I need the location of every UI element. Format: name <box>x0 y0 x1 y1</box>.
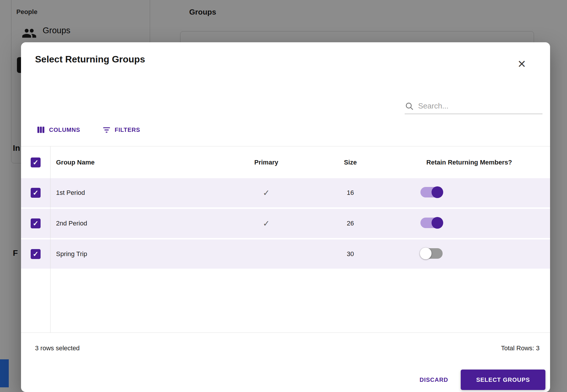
check-icon: ✓ <box>33 159 39 166</box>
columns-button[interactable]: COLUMNS <box>34 123 83 136</box>
close-button[interactable]: ✕ <box>515 57 528 71</box>
rows-selected-text: 3 rows selected <box>35 344 80 352</box>
table-row[interactable]: ✓1st Period✓16 <box>21 178 550 209</box>
columns-button-label: COLUMNS <box>49 127 80 133</box>
column-header-group-name: Group Name <box>50 159 243 166</box>
dialog-title: Select Returning Groups <box>35 54 145 65</box>
table-row[interactable]: ✓Spring Trip30 <box>21 239 550 270</box>
retain-toggle[interactable] <box>420 248 443 259</box>
row-checkbox[interactable]: ✓ <box>31 188 41 198</box>
search-icon <box>405 102 414 111</box>
table-toolbar: COLUMNS FILTERS <box>34 123 143 136</box>
filters-button[interactable]: FILTERS <box>100 123 143 136</box>
search-bar[interactable] <box>405 100 542 114</box>
column-header-retain: Retain Returning Members? <box>388 159 550 166</box>
checkbox-column-divider <box>50 146 51 332</box>
primary-check-icon: ✓ <box>263 219 269 228</box>
size-cell: 26 <box>330 220 371 227</box>
close-icon: ✕ <box>517 58 526 70</box>
check-icon: ✓ <box>33 189 39 196</box>
columns-icon <box>37 126 45 134</box>
group-name-cell: 2nd Period <box>50 220 243 227</box>
column-header-primary: Primary <box>243 159 290 166</box>
retain-toggle[interactable] <box>420 217 443 228</box>
retain-toggle[interactable] <box>420 187 443 198</box>
total-rows-text: Total Rows: 3 <box>501 344 540 352</box>
toggle-thumb <box>432 217 443 229</box>
row-checkbox[interactable]: ✓ <box>31 218 41 228</box>
row-checkbox[interactable]: ✓ <box>31 249 41 259</box>
search-input[interactable] <box>418 102 542 111</box>
filter-icon <box>102 126 111 134</box>
table-row[interactable]: ✓2nd Period✓26 <box>21 209 550 239</box>
size-cell: 16 <box>330 189 371 197</box>
table-header: ✓ Group Name Primary Size Retain Returni… <box>21 146 550 178</box>
column-header-size: Size <box>330 159 371 166</box>
select-groups-button[interactable]: SELECT GROUPS <box>461 370 545 390</box>
filters-button-label: FILTERS <box>115 127 140 133</box>
select-returning-groups-dialog: Select Returning Groups ✕ COLUMNS FILTER <box>21 42 550 392</box>
primary-check-icon: ✓ <box>263 188 269 197</box>
group-name-cell: 1st Period <box>50 189 243 197</box>
check-icon: ✓ <box>33 251 39 258</box>
toggle-thumb <box>420 248 432 259</box>
group-name-cell: Spring Trip <box>50 250 243 258</box>
select-all-checkbox[interactable]: ✓ <box>31 158 41 167</box>
table-body: ✓1st Period✓16✓2nd Period✓26✓Spring Trip… <box>21 178 550 270</box>
discard-button[interactable]: DISCARD <box>412 370 456 389</box>
size-cell: 30 <box>330 250 371 258</box>
footer-divider <box>21 332 550 333</box>
check-icon: ✓ <box>33 220 39 227</box>
toggle-thumb <box>432 186 443 198</box>
